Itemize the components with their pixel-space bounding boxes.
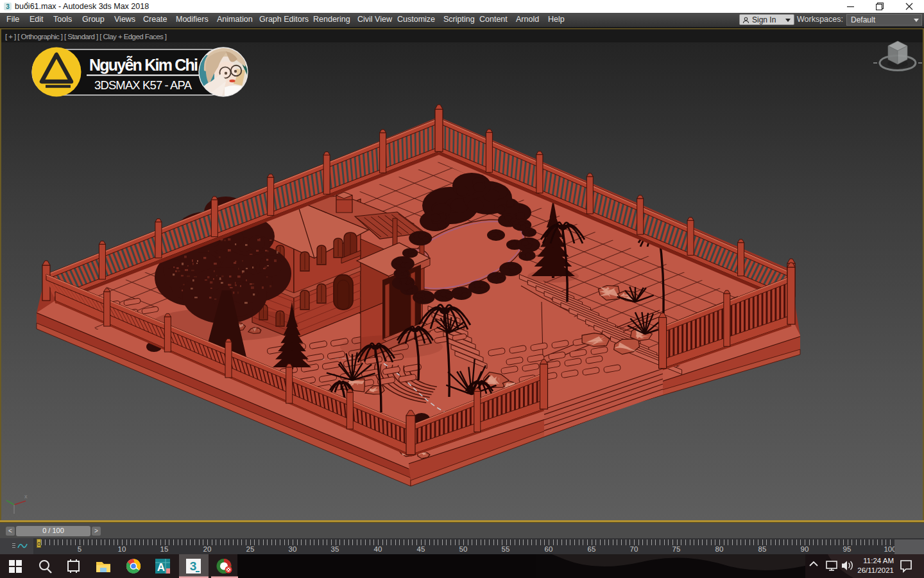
svg-text:x: x <box>24 493 28 500</box>
svg-text:3DSMAX K57 - APA: 3DSMAX K57 - APA <box>94 78 193 92</box>
svg-text:[ + ] [ Orthographic ] [ Stand: [ + ] [ Orthographic ] [ Standard ] [ Cl… <box>5 33 167 40</box>
svg-text:A: A <box>157 561 165 574</box>
svg-text:3: 3 <box>190 559 197 573</box>
svg-text:3: 3 <box>6 3 10 10</box>
svg-text:Nguyễn Kim Chi: Nguyễn Kim Chi <box>89 55 198 74</box>
